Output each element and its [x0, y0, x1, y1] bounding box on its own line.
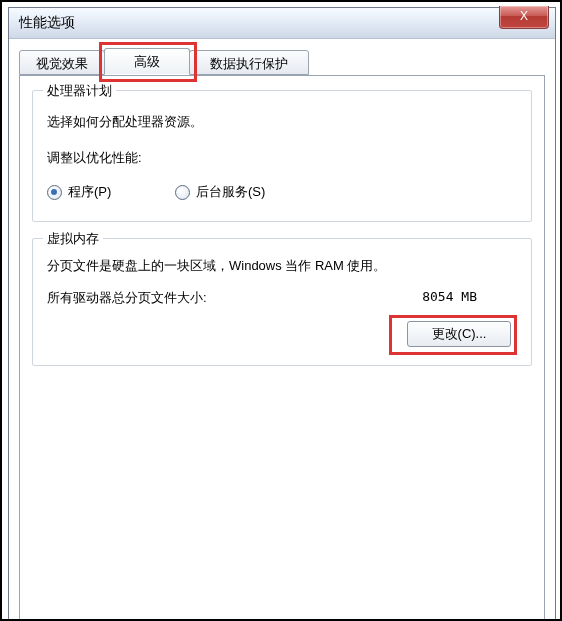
optimize-label: 调整以优化性能:: [47, 149, 517, 167]
screenshot-frame: 性能选项 X 视觉效果 高级 数据执行保护 处理器计划: [0, 0, 562, 621]
radio-background-services[interactable]: 后台服务(S): [175, 183, 265, 201]
button-label: 更改(C)...: [432, 326, 487, 341]
group-title: 虚拟内存: [43, 230, 103, 248]
group-title: 处理器计划: [43, 82, 116, 100]
change-button[interactable]: 更改(C)...: [407, 321, 511, 347]
close-button[interactable]: X: [499, 6, 549, 29]
radio-programs[interactable]: 程序(P): [47, 183, 111, 201]
radio-dot-icon: [175, 185, 190, 200]
radio-label: 程序(P): [68, 183, 111, 201]
tab-dep[interactable]: 数据执行保护: [189, 50, 309, 75]
group-virtual-memory: 虚拟内存 分页文件是硬盘上的一块区域，Windows 当作 RAM 使用。 所有…: [32, 238, 532, 366]
radio-label: 后台服务(S): [196, 183, 265, 201]
window-title: 性能选项: [19, 14, 75, 32]
tab-visual-effects[interactable]: 视觉效果: [19, 50, 105, 75]
vmem-desc: 分页文件是硬盘上的一块区域，Windows 当作 RAM 使用。: [47, 255, 517, 277]
vmem-total-value: 8054 MB: [422, 289, 517, 307]
vmem-button-row: 更改(C)...: [47, 321, 517, 347]
tab-label: 高级: [134, 54, 160, 69]
tab-label: 视觉效果: [36, 56, 88, 71]
vmem-total-label: 所有驱动器总分页文件大小:: [47, 289, 207, 307]
tab-label: 数据执行保护: [210, 56, 288, 71]
titlebar[interactable]: 性能选项 X: [9, 8, 555, 39]
processor-desc: 选择如何分配处理器资源。: [47, 113, 517, 131]
performance-options-window: 性能选项 X 视觉效果 高级 数据执行保护 处理器计划: [8, 7, 556, 621]
tabstrip: 视觉效果 高级 数据执行保护: [19, 48, 545, 76]
radio-dot-icon: [47, 185, 62, 200]
client-area: 视觉效果 高级 数据执行保护 处理器计划 选择如何分配处理器资源。 调整以优化性…: [19, 48, 545, 616]
tab-advanced[interactable]: 高级: [104, 48, 190, 75]
tabpanel-advanced: 处理器计划 选择如何分配处理器资源。 调整以优化性能: 程序(P) 后台服务(S…: [19, 75, 545, 621]
close-icon: X: [520, 9, 528, 23]
radio-group-optimize: 程序(P) 后台服务(S): [47, 183, 517, 203]
group-processor-scheduling: 处理器计划 选择如何分配处理器资源。 调整以优化性能: 程序(P) 后台服务(S…: [32, 90, 532, 222]
vmem-total-row: 所有驱动器总分页文件大小: 8054 MB: [47, 289, 517, 307]
